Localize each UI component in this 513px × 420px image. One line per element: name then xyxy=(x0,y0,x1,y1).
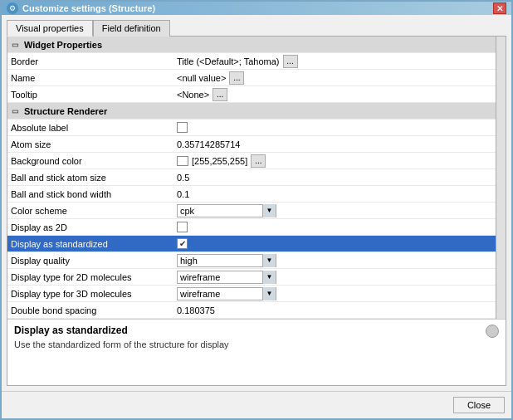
value-ball-stick-bond: 0.1 xyxy=(173,189,496,199)
double-bond-spacing-text: 0.180375 xyxy=(177,305,215,315)
label-absolute-label: Absolute label xyxy=(7,123,173,133)
section-widget-properties: ▭ Widget Properties xyxy=(7,37,496,53)
title-bar: ⚙ Customize settings (Structure) ✕ xyxy=(2,2,511,15)
display-type-3d-value: wireframe xyxy=(178,289,262,299)
label-color-scheme: Color scheme xyxy=(7,206,173,216)
row-border: Border Title (<Default>; Tahoma) ... xyxy=(7,53,496,70)
display-type-3d-arrow-icon[interactable]: ▼ xyxy=(262,287,276,300)
row-background-color: Background color [255,255,255] ... xyxy=(7,153,496,169)
display-type-2d-arrow-icon[interactable]: ▼ xyxy=(262,271,276,284)
display-type-2d-dropdown[interactable]: wireframe ▼ xyxy=(177,271,276,284)
row-atom-size: Atom size 0.35714285714 xyxy=(7,136,496,153)
background-color-text: [255,255,255] xyxy=(192,156,247,166)
info-circle-icon xyxy=(486,325,499,338)
row-display-type-2d: Display type for 2D molecules wireframe … xyxy=(7,269,496,286)
value-display-as-standardized: ✔ xyxy=(173,238,496,249)
label-display-as-standardized: Display as standardized xyxy=(7,239,173,249)
row-display-as-2d: Display as 2D xyxy=(7,219,496,236)
section-label: Widget Properties xyxy=(21,40,187,50)
label-double-bond-spacing: Double bond spacing xyxy=(7,305,173,315)
value-absolute-label xyxy=(173,122,496,133)
tooltip-value-text: <None> xyxy=(177,90,209,100)
row-color-scheme: Color scheme cpk ▼ xyxy=(7,203,496,219)
section-structure-renderer: ▭ Structure Renderer xyxy=(7,103,496,120)
value-name: <null value> ... xyxy=(173,71,496,85)
display-type-2d-value: wireframe xyxy=(178,272,262,282)
value-display-quality: high ▼ xyxy=(173,254,496,267)
info-panel: Display as standardized Use the standard… xyxy=(7,319,506,385)
label-ball-stick-bond: Ball and stick bond width xyxy=(7,189,173,199)
row-absolute-label: Absolute label xyxy=(7,120,496,136)
border-value-text: Title (<Default>; Tahoma) xyxy=(177,56,280,66)
info-panel-title: Display as standardized xyxy=(14,325,499,336)
tabs-container: Visual properties Field definition xyxy=(7,20,506,37)
row-double-bond-spacing: Double bond spacing 0.180375 xyxy=(7,302,496,319)
section-toggle-icon: ▭ xyxy=(9,39,21,51)
value-display-as-2d xyxy=(173,222,496,232)
ball-stick-bond-text: 0.1 xyxy=(177,189,189,199)
row-display-quality: Display quality high ▼ xyxy=(7,252,496,269)
tab-field-definition[interactable]: Field definition xyxy=(93,20,170,37)
row-ball-stick-bond: Ball and stick bond width 0.1 xyxy=(7,186,496,203)
label-display-type-2d: Display type for 2D molecules xyxy=(7,272,173,282)
color-scheme-dropdown[interactable]: cpk ▼ xyxy=(177,204,276,217)
label-ball-stick-atom: Ball and stick atom size xyxy=(7,173,173,183)
label-name: Name xyxy=(7,73,173,83)
color-swatch xyxy=(177,156,188,166)
label-border: Border xyxy=(7,56,173,66)
checkmark-icon: ✔ xyxy=(179,239,186,248)
close-button[interactable]: Close xyxy=(453,397,505,413)
dialog-footer: Close xyxy=(2,391,511,418)
scrollbar[interactable] xyxy=(496,37,506,319)
display-quality-dropdown[interactable]: high ▼ xyxy=(177,254,276,267)
label-background-color: Background color xyxy=(7,156,173,166)
value-double-bond-spacing: 0.180375 xyxy=(173,305,496,315)
section-label2: Structure Renderer xyxy=(21,106,187,116)
name-ellipsis-button[interactable]: ... xyxy=(229,71,244,85)
value-tooltip: <None> ... xyxy=(173,88,496,101)
color-scheme-arrow-icon[interactable]: ▼ xyxy=(262,204,276,217)
absolute-label-checkbox[interactable] xyxy=(177,122,188,133)
title-bar-close-button[interactable]: ✕ xyxy=(493,2,506,14)
value-atom-size: 0.35714285714 xyxy=(173,139,496,149)
ball-stick-atom-text: 0.5 xyxy=(177,173,189,183)
info-panel-description: Use the standardized form of the structu… xyxy=(14,339,499,349)
name-value-text: <null value> xyxy=(177,73,226,83)
label-tooltip: Tooltip xyxy=(7,90,173,100)
display-quality-value: high xyxy=(178,256,262,266)
display-as-2d-checkbox[interactable] xyxy=(177,222,188,232)
label-atom-size: Atom size xyxy=(7,139,173,149)
display-quality-arrow-icon[interactable]: ▼ xyxy=(262,254,276,267)
value-ball-stick-atom: 0.5 xyxy=(173,173,496,183)
display-as-standardized-checkbox[interactable]: ✔ xyxy=(177,238,188,249)
atom-size-text: 0.35714285714 xyxy=(177,139,240,149)
tab-visual-properties[interactable]: Visual properties xyxy=(7,20,93,37)
customize-settings-dialog: ⚙ Customize settings (Structure) ✕ Visua… xyxy=(0,0,513,420)
row-ball-stick-atom: Ball and stick atom size 0.5 xyxy=(7,169,496,186)
color-scheme-value: cpk xyxy=(178,206,262,216)
background-color-ellipsis-button[interactable]: ... xyxy=(251,154,266,168)
row-tooltip: Tooltip <None> ... xyxy=(7,86,496,103)
label-display-as-2d: Display as 2D xyxy=(7,222,173,232)
value-border: Title (<Default>; Tahoma) ... xyxy=(173,55,496,68)
section-toggle-icon2: ▭ xyxy=(9,105,21,117)
dialog-content: Visual properties Field definition ▭ Wid… xyxy=(2,15,511,391)
label-display-quality: Display quality xyxy=(7,256,173,266)
row-name: Name <null value> ... xyxy=(7,70,496,86)
value-display-type-3d: wireframe ▼ xyxy=(173,287,496,300)
value-color-scheme: cpk ▼ xyxy=(173,204,496,217)
value-background-color: [255,255,255] ... xyxy=(173,154,496,168)
tooltip-ellipsis-button[interactable]: ... xyxy=(213,88,227,101)
row-display-type-3d: Display type for 3D molecules wireframe … xyxy=(7,286,496,302)
dialog-icon: ⚙ xyxy=(7,2,18,14)
display-type-3d-dropdown[interactable]: wireframe ▼ xyxy=(177,287,276,300)
value-display-type-2d: wireframe ▼ xyxy=(173,271,496,284)
table-scroll-container: ▭ Widget Properties Border Title (<Defau… xyxy=(7,37,506,319)
title-bar-left: ⚙ Customize settings (Structure) xyxy=(7,2,155,14)
tab-content: ▭ Widget Properties Border Title (<Defau… xyxy=(7,36,506,386)
border-ellipsis-button[interactable]: ... xyxy=(283,55,298,68)
label-display-type-3d: Display type for 3D molecules xyxy=(7,289,173,299)
dialog-title: Customize settings (Structure) xyxy=(22,3,155,13)
row-display-as-standardized[interactable]: Display as standardized ✔ xyxy=(7,236,496,252)
properties-table: ▭ Widget Properties Border Title (<Defau… xyxy=(7,37,496,319)
